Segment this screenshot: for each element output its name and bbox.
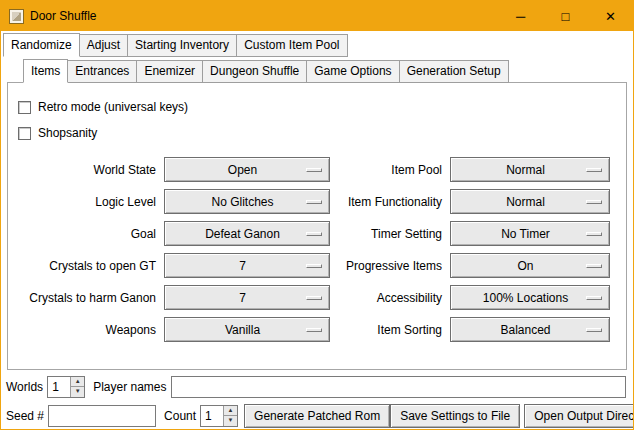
accessibility-dropdown[interactable]: 100% Locations	[450, 285, 610, 310]
crystals-harm-ganon-label: Crystals to harm Ganon	[16, 291, 156, 305]
open-output-directory-button[interactable]: Open Output Directory	[524, 404, 634, 428]
worlds-value: 1	[48, 377, 70, 397]
count-label: Count	[164, 409, 196, 423]
dropdown-indicator-icon	[306, 168, 322, 172]
main-tab-bar: Randomize Adjust Starting Inventory Cust…	[3, 34, 633, 57]
item-functionality-value: Normal	[451, 195, 586, 209]
spinner-buttons: ▲ ▼	[70, 377, 84, 397]
logic-level-dropdown[interactable]: No Glitches	[164, 189, 330, 214]
close-icon: ✕	[605, 9, 616, 24]
item-sorting-value: Balanced	[451, 323, 586, 337]
weapons-label: Weapons	[16, 323, 156, 337]
worlds-spinner[interactable]: 1 ▲ ▼	[47, 376, 85, 398]
dropdown-indicator-icon	[586, 296, 602, 300]
goal-value: Defeat Ganon	[165, 227, 306, 241]
logic-level-label: Logic Level	[16, 195, 156, 209]
tab-adjust[interactable]: Adjust	[79, 34, 128, 57]
progressive-items-label: Progressive Items	[338, 259, 442, 273]
world-state-label: World State	[16, 163, 156, 177]
tab-enemizer[interactable]: Enemizer	[136, 60, 203, 83]
crystals-open-gt-dropdown[interactable]: 7	[164, 253, 330, 278]
crystals-harm-ganon-dropdown[interactable]: 7	[164, 285, 330, 310]
item-sorting-dropdown[interactable]: Balanced	[450, 317, 610, 342]
minimize-button[interactable]: ─	[498, 1, 543, 31]
close-button[interactable]: ✕	[588, 1, 633, 31]
world-state-dropdown[interactable]: Open	[164, 157, 330, 182]
titlebar: Door Shuffle ─ □ ✕	[1, 1, 633, 31]
timer-setting-dropdown[interactable]: No Timer	[450, 221, 610, 246]
tab-dungeon-shuffle[interactable]: Dungeon Shuffle	[202, 60, 307, 83]
maximize-icon: □	[562, 9, 570, 24]
minimize-icon: ─	[516, 9, 525, 24]
retro-mode-label: Retro mode (universal keys)	[38, 100, 188, 114]
shopsanity-checkbox[interactable]: Shopsanity	[18, 123, 626, 143]
count-spinner[interactable]: 1 ▲ ▼	[200, 405, 238, 427]
dropdown-indicator-icon	[586, 232, 602, 236]
bottom-controls: Worlds 1 ▲ ▼ Player names Seed # Count 1…	[1, 370, 633, 430]
shopsanity-label: Shopsanity	[38, 126, 97, 140]
accessibility-label: Accessibility	[338, 291, 442, 305]
seed-label: Seed #	[6, 409, 44, 423]
player-names-input[interactable]	[171, 376, 627, 398]
worlds-row: Worlds 1 ▲ ▼ Player names	[6, 374, 628, 399]
item-functionality-label: Item Functionality	[338, 195, 442, 209]
tab-entrances[interactable]: Entrances	[67, 60, 137, 83]
item-functionality-dropdown[interactable]: Normal	[450, 189, 610, 214]
seed-input[interactable]	[48, 405, 156, 427]
dropdown-indicator-icon	[306, 328, 322, 332]
tab-randomize[interactable]: Randomize	[3, 33, 80, 57]
worlds-spin-up-icon[interactable]: ▲	[71, 377, 84, 388]
player-names-label: Player names	[93, 380, 166, 394]
logic-level-value: No Glitches	[165, 195, 306, 209]
accessibility-value: 100% Locations	[451, 291, 586, 305]
tab-items[interactable]: Items	[23, 59, 68, 83]
spinner-buttons: ▲ ▼	[223, 406, 237, 426]
count-spin-up-icon[interactable]: ▲	[224, 406, 237, 417]
goal-dropdown[interactable]: Defeat Ganon	[164, 221, 330, 246]
count-value: 1	[201, 406, 223, 426]
maximize-button[interactable]: □	[543, 1, 588, 31]
dropdown-indicator-icon	[306, 232, 322, 236]
tab-game-options[interactable]: Game Options	[306, 60, 399, 83]
weapons-value: Vanilla	[165, 323, 306, 337]
items-panel: Retro mode (universal keys) Shopsanity W…	[7, 82, 627, 370]
dropdown-indicator-icon	[586, 264, 602, 268]
retro-mode-checkbox[interactable]: Retro mode (universal keys)	[18, 97, 626, 117]
progressive-items-dropdown[interactable]: On	[450, 253, 610, 278]
app-icon	[9, 9, 24, 24]
goal-label: Goal	[16, 227, 156, 241]
checkbox-icon	[18, 127, 31, 140]
window-controls: ─ □ ✕	[498, 1, 633, 31]
seed-row: Seed # Count 1 ▲ ▼ Generate Patched Rom …	[6, 403, 628, 428]
save-settings-button[interactable]: Save Settings to File	[390, 404, 520, 428]
item-pool-value: Normal	[451, 163, 586, 177]
dropdown-indicator-icon	[586, 200, 602, 204]
worlds-label: Worlds	[6, 380, 43, 394]
item-pool-dropdown[interactable]: Normal	[450, 157, 610, 182]
crystals-harm-ganon-value: 7	[165, 291, 306, 305]
tab-generation-setup[interactable]: Generation Setup	[399, 60, 509, 83]
generate-patched-rom-button[interactable]: Generate Patched Rom	[244, 404, 390, 428]
dropdown-indicator-icon	[586, 168, 602, 172]
dropdown-indicator-icon	[306, 264, 322, 268]
tab-starting-inventory[interactable]: Starting Inventory	[127, 34, 237, 57]
tab-custom-item-pool[interactable]: Custom Item Pool	[236, 34, 347, 57]
worlds-spin-down-icon[interactable]: ▼	[71, 387, 84, 397]
dropdown-indicator-icon	[306, 296, 322, 300]
door-shuffle-window: Door Shuffle ─ □ ✕ Randomize Adjust Star…	[0, 0, 634, 430]
item-pool-label: Item Pool	[338, 163, 442, 177]
timer-setting-value: No Timer	[451, 227, 586, 241]
crystals-open-gt-value: 7	[165, 259, 306, 273]
count-spin-down-icon[interactable]: ▼	[224, 416, 237, 426]
dropdown-indicator-icon	[586, 328, 602, 332]
item-sorting-label: Item Sorting	[338, 323, 442, 337]
checkbox-icon	[18, 101, 31, 114]
world-state-value: Open	[165, 163, 306, 177]
crystals-open-gt-label: Crystals to open GT	[16, 259, 156, 273]
options-grid: World State Open Item Pool Normal Logic …	[16, 157, 610, 342]
dropdown-indicator-icon	[306, 200, 322, 204]
weapons-dropdown[interactable]: Vanilla	[164, 317, 330, 342]
progressive-items-value: On	[451, 259, 586, 273]
window-title: Door Shuffle	[30, 9, 97, 23]
sub-tab-bar: Items Entrances Enemizer Dungeon Shuffle…	[23, 60, 633, 83]
